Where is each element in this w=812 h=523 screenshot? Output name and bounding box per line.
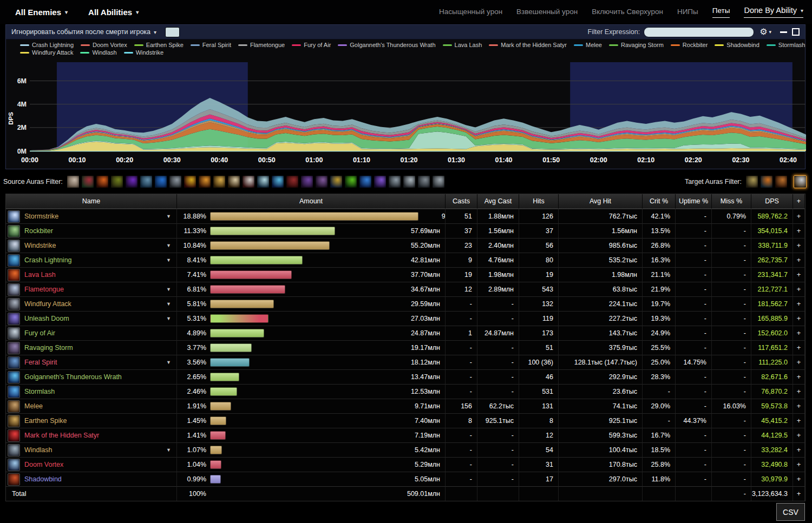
legend-item[interactable]: Fury of Air — [292, 42, 331, 48]
legend-item[interactable]: Stormlash — [767, 42, 806, 48]
done-by-ability-dropdown[interactable]: Done By Ability▾ — [744, 6, 803, 18]
legend-item[interactable]: Lava Lash — [443, 42, 482, 48]
expand-plus-button[interactable]: + — [793, 457, 805, 472]
aura-icon[interactable] — [344, 175, 357, 188]
legend-item[interactable]: Ravaging Storm — [609, 42, 664, 48]
column-header[interactable]: + — [793, 194, 805, 209]
ability-expand-caret[interactable]: ▼ — [166, 239, 173, 253]
ability-name[interactable]: Flametongue — [24, 282, 162, 296]
aura-icon[interactable] — [315, 175, 328, 188]
ability-expand-caret[interactable]: ▼ — [166, 297, 173, 311]
expand-plus-button[interactable]: + — [793, 369, 805, 384]
gear-icon[interactable]: ⚙ — [759, 28, 767, 36]
ability-name[interactable]: Fury of Air — [24, 326, 173, 340]
ability-icon[interactable] — [8, 254, 20, 267]
chevron-down-icon[interactable]: ▾ — [769, 29, 771, 35]
aura-icon[interactable] — [775, 175, 788, 188]
ability-name[interactable]: Feral Spirit — [24, 355, 162, 369]
ability-expand-caret[interactable]: ▼ — [166, 443, 173, 457]
link-include-overkill[interactable]: Включить Сверхурон — [592, 8, 663, 17]
expand-plus-button[interactable]: + — [793, 355, 805, 369]
ability-name[interactable]: Doom Vortex — [24, 458, 173, 472]
link-saturated-damage[interactable]: Насыщенный урон — [439, 8, 502, 17]
link-weighted-damage[interactable]: Взвешенный урон — [516, 8, 578, 17]
ability-expand-caret[interactable]: ▼ — [166, 312, 173, 326]
ability-name[interactable]: Golganneth's Thunderous Wrath — [24, 370, 173, 384]
aura-icon[interactable] — [403, 175, 416, 188]
legend-item[interactable]: Earthen Spike — [134, 42, 184, 48]
aura-icon[interactable] — [169, 175, 182, 188]
expand-plus-button[interactable]: + — [793, 238, 805, 253]
expand-plus-button[interactable]: + — [793, 486, 805, 501]
legend-item[interactable]: Windstrike — [124, 49, 163, 56]
ability-icon[interactable] — [8, 210, 20, 223]
ability-name[interactable]: Ravaging Storm — [24, 341, 173, 355]
legend-item[interactable]: Golganneth's Thunderous Wrath — [338, 42, 435, 48]
aura-icon[interactable] — [184, 175, 197, 188]
legend-item[interactable]: Rockbiter — [671, 42, 708, 48]
column-header[interactable]: Miss % — [712, 194, 751, 209]
toggle-button[interactable] — [165, 27, 180, 37]
column-header[interactable]: Avg Hit — [559, 194, 643, 209]
aura-icon[interactable] — [374, 175, 387, 188]
aura-icon[interactable] — [110, 175, 123, 188]
ability-icon[interactable] — [8, 240, 20, 252]
expand-plus-button[interactable]: + — [793, 340, 805, 355]
expand-plus-button[interactable]: + — [793, 472, 805, 486]
ability-expand-caret[interactable]: ▼ — [166, 209, 173, 223]
column-header[interactable]: Amount — [177, 194, 446, 209]
legend-item[interactable]: Windfury Attack — [20, 49, 73, 56]
ability-icon[interactable] — [8, 429, 20, 442]
minimize-icon[interactable] — [780, 31, 787, 33]
expand-plus-button[interactable]: + — [793, 267, 805, 282]
ability-icon[interactable] — [8, 371, 20, 383]
ability-name[interactable]: Mark of the Hidden Satyr — [24, 428, 173, 442]
ability-expand-caret[interactable]: ▼ — [166, 282, 173, 296]
expand-plus-button[interactable]: + — [793, 428, 805, 442]
aura-icon[interactable] — [81, 175, 94, 188]
ability-name[interactable]: Windlash — [24, 443, 162, 457]
legend-item[interactable]: Doom Vortex — [81, 42, 127, 48]
aura-icon[interactable] — [257, 175, 270, 188]
column-header[interactable]: Casts — [446, 194, 477, 209]
aura-icon[interactable] — [154, 175, 167, 188]
expand-plus-button[interactable]: + — [793, 296, 805, 311]
expand-plus-button[interactable]: + — [793, 442, 805, 457]
expand-plus-button[interactable]: + — [793, 413, 805, 428]
expand-plus-button[interactable]: + — [793, 399, 805, 413]
legend-item[interactable]: Shadowbind — [715, 42, 759, 48]
ability-icon[interactable] — [8, 313, 20, 325]
maximize-icon[interactable] — [792, 28, 800, 36]
ignore-after-death-dropdown[interactable]: Игнорировать события после смерти игрока… — [11, 28, 156, 36]
aura-icon[interactable] — [271, 175, 284, 188]
ability-icon[interactable] — [8, 225, 20, 237]
filter-expression-input[interactable] — [644, 27, 754, 37]
aura-icon[interactable] — [140, 175, 153, 188]
aura-icon[interactable] — [417, 175, 430, 188]
ability-name[interactable]: Crash Lightning — [24, 253, 162, 267]
ability-name[interactable]: Unleash Doom — [24, 312, 162, 326]
aura-icon[interactable] — [198, 175, 211, 188]
column-header[interactable]: Name — [6, 194, 177, 209]
legend-item[interactable]: Flametongue — [238, 42, 285, 48]
legend-item[interactable]: Mark of the Hidden Satyr — [489, 42, 567, 48]
csv-button[interactable]: CSV — [776, 503, 805, 521]
ability-name[interactable]: Stormstrike — [24, 209, 162, 223]
enemies-dropdown[interactable]: All Enemies ▾ — [15, 8, 68, 17]
aura-icon[interactable] — [242, 175, 255, 188]
ability-name[interactable]: Melee — [24, 399, 173, 413]
legend-item[interactable]: Feral Spirit — [191, 42, 231, 48]
ability-icon[interactable] — [8, 298, 20, 310]
aura-icon[interactable] — [794, 175, 807, 188]
ability-icon[interactable] — [8, 327, 20, 340]
column-header[interactable]: Crit % — [643, 194, 676, 209]
ability-icon[interactable] — [8, 283, 20, 296]
aura-icon[interactable] — [745, 175, 758, 188]
expand-plus-button[interactable]: + — [793, 311, 805, 326]
aura-icon[interactable] — [125, 175, 138, 188]
aura-icon[interactable] — [432, 175, 445, 188]
ability-icon[interactable] — [8, 342, 20, 354]
aura-icon[interactable] — [300, 175, 313, 188]
aura-icon[interactable] — [760, 175, 773, 188]
ability-icon[interactable] — [8, 269, 20, 281]
